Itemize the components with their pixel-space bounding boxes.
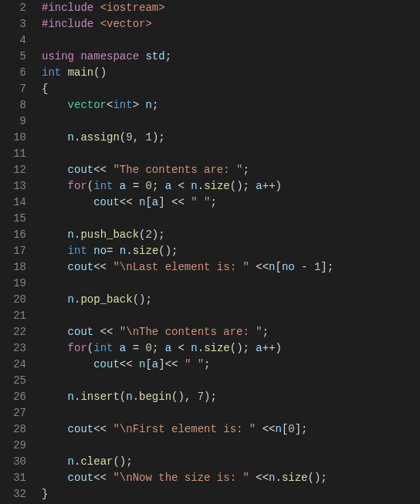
code-token: int <box>93 342 113 354</box>
code-line[interactable]: } <box>42 486 420 502</box>
code-line[interactable]: vector<int> n; <box>42 97 420 113</box>
line-number: 15 <box>0 211 26 227</box>
code-line[interactable] <box>42 146 420 162</box>
code-token: n <box>191 180 197 192</box>
code-line[interactable]: #include <iostream> <box>42 0 420 16</box>
code-token: a <box>256 180 262 192</box>
code-token: #include <box>42 2 93 14</box>
code-token: cout <box>93 196 120 208</box>
code-token: "\nLast element is: " <box>113 261 249 273</box>
code-token: 0 <box>288 423 294 435</box>
code-token: "\nFirst element is: " <box>113 423 256 435</box>
code-line[interactable]: int main() <box>42 65 420 81</box>
code-line[interactable]: cout<< "\nLast element is: " <<n[no - 1]… <box>42 259 420 276</box>
code-token <box>42 164 68 176</box>
code-area[interactable]: #include <iostream>#include <vector> usi… <box>37 0 420 504</box>
code-line[interactable] <box>42 438 420 454</box>
code-token: (); <box>308 472 327 484</box>
code-line[interactable] <box>42 276 420 292</box>
code-token: ) <box>276 342 282 354</box>
code-line[interactable]: cout<< "\nNow the size is: " <<n.size(); <box>42 470 420 486</box>
line-number: 4 <box>0 32 26 49</box>
code-token: [ <box>276 261 282 273</box>
code-token: << <box>93 164 113 176</box>
code-line[interactable]: n.clear(); <box>42 454 420 470</box>
code-token: for <box>68 180 87 192</box>
code-token: . <box>198 342 204 354</box>
code-line[interactable]: n.pop_back(); <box>42 292 420 308</box>
code-token <box>113 342 119 354</box>
code-token: a <box>152 196 158 208</box>
code-line[interactable] <box>42 32 420 49</box>
code-line[interactable]: cout<< n[a] << " "; <box>42 194 420 211</box>
code-token: ++ <box>262 342 276 354</box>
code-line[interactable]: for(int a = 0; a < n.size(); a++) <box>42 340 420 357</box>
code-token: using <box>42 50 74 63</box>
code-token: cout <box>68 423 94 435</box>
code-token: <vector> <box>100 18 152 30</box>
code-line[interactable]: cout<< n[a]<< " "; <box>42 357 420 373</box>
code-token: int <box>113 99 132 111</box>
code-token: 2 <box>145 228 151 241</box>
code-token: n <box>145 99 151 111</box>
code-line[interactable]: using namespace std; <box>42 49 420 65</box>
code-token: = <box>126 180 145 192</box>
code-token: int <box>68 245 87 257</box>
code-token: ]; <box>295 423 308 435</box>
line-number: 32 <box>0 486 26 502</box>
code-line[interactable] <box>42 211 420 227</box>
code-token: "\nThe contents are: " <box>120 326 262 338</box>
code-line[interactable] <box>42 308 420 324</box>
code-token <box>93 18 100 30</box>
code-token: int <box>42 66 61 79</box>
code-line[interactable]: int no= n.size(); <box>42 243 420 259</box>
code-token: ; <box>152 180 165 192</box>
code-line[interactable]: n.push_back(2); <box>42 227 420 243</box>
code-token: begin <box>139 391 171 403</box>
code-token: "The contents are: " <box>113 164 242 176</box>
code-token: , <box>133 131 146 144</box>
code-token: push_back <box>80 228 139 241</box>
line-number-gutter: 2345678910111213141516171819202122232425… <box>0 0 37 504</box>
code-token: n <box>68 131 74 144</box>
code-line[interactable]: n.insert(n.begin(), 7); <box>42 389 420 405</box>
code-line[interactable]: cout << "\nThe contents are: "; <box>42 324 420 340</box>
code-line[interactable] <box>42 373 420 389</box>
code-line[interactable] <box>42 405 420 421</box>
code-line[interactable]: { <box>42 81 420 97</box>
code-token: 0 <box>145 180 151 192</box>
code-token <box>42 180 68 192</box>
code-line[interactable]: for(int a = 0; a < n.size(); a++) <box>42 178 420 194</box>
code-token: ( <box>87 180 93 192</box>
code-token: } <box>42 488 48 500</box>
code-token <box>42 391 68 403</box>
code-token: ; <box>152 99 158 111</box>
code-token: . <box>126 245 132 257</box>
code-token: << <box>120 358 139 370</box>
code-line[interactable]: #include <vector> <box>42 16 420 32</box>
code-line[interactable]: cout<< "The contents are: "; <box>42 162 420 178</box>
code-line[interactable]: cout<< "\nFirst element is: " <<n[0]; <box>42 421 420 438</box>
code-token: << <box>93 261 113 273</box>
code-line[interactable] <box>42 113 420 130</box>
code-token: . <box>133 391 139 403</box>
code-token: ; <box>262 326 269 338</box>
line-number: 24 <box>0 357 26 373</box>
code-token: #include <box>42 18 93 30</box>
code-token: ; <box>152 342 165 354</box>
code-token: ( <box>120 131 126 144</box>
line-number: 31 <box>0 470 26 486</box>
code-token: cout <box>68 261 94 273</box>
code-editor[interactable]: 2345678910111213141516171819202122232425… <box>0 0 420 504</box>
code-token <box>42 472 68 484</box>
code-token: pop_back <box>80 293 132 306</box>
code-token: cout <box>68 326 94 338</box>
code-token: cout <box>68 472 94 484</box>
code-token: < <box>171 342 191 354</box>
line-number: 3 <box>0 16 26 32</box>
code-line[interactable]: n.assign(9, 1); <box>42 130 420 146</box>
code-token <box>42 131 68 144</box>
code-token: cout <box>93 358 120 370</box>
code-token <box>93 2 100 14</box>
code-token: ] <box>158 196 171 208</box>
